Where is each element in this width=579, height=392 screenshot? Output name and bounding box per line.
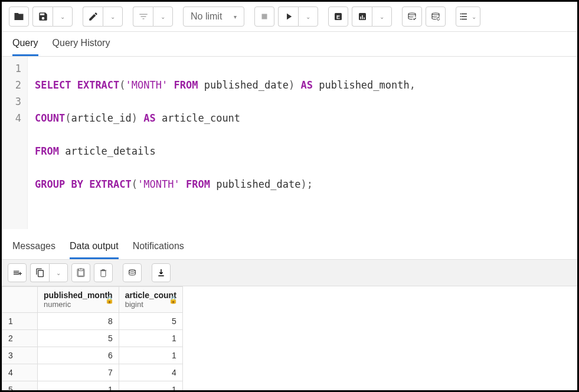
tab-query[interactable]: Query [12,38,38,56]
column-header[interactable]: article_count bigint 🔒 [119,287,182,313]
tab-notifications[interactable]: Notifications [133,241,184,259]
table-row[interactable]: 251 [2,330,183,347]
svg-point-10 [460,16,462,17]
filter-dropdown[interactable]: ⌄ [153,6,173,27]
limit-dropdown[interactable]: No limit▾ [183,6,244,27]
open-file-button[interactable] [9,6,29,27]
main-toolbar: ⌄ ⌄ ⌄ No limit▾ ⌄ E ⌄ ⌄ [2,2,577,32]
filter-button[interactable] [133,6,153,27]
copy-button[interactable] [30,263,49,282]
macros-button[interactable]: ⌄ [456,6,480,27]
lock-icon: 🔒 [105,296,114,304]
svg-point-11 [460,19,462,20]
svg-point-9 [460,14,462,15]
lock-icon: 🔒 [169,296,178,304]
svg-rect-5 [362,15,363,19]
edit-button[interactable] [83,6,103,27]
svg-rect-6 [364,18,365,19]
save-data-button[interactable] [123,263,142,282]
add-row-button[interactable] [8,263,27,282]
tab-messages[interactable]: Messages [12,241,55,259]
explain-dropdown[interactable]: ⌄ [372,6,392,27]
query-tabs: Query Query History [2,32,577,57]
svg-text:E: E [336,14,340,20]
table-row[interactable]: 361 [2,347,183,364]
tab-data-output[interactable]: Data output [70,241,119,259]
sql-editor[interactable]: 1 2 3 4 SELECT EXTRACT('MONTH' FROM publ… [2,57,577,229]
svg-rect-4 [360,17,361,19]
delete-button[interactable] [94,263,113,282]
save-button[interactable] [32,6,53,27]
limit-label: No limit [191,11,222,22]
line-gutter: 1 2 3 4 [2,57,28,229]
table-row[interactable]: 511 [2,381,183,393]
tab-history[interactable]: Query History [53,38,110,56]
result-tabs: Messages Data output Notifications [2,235,577,260]
rollback-button[interactable] [426,6,446,27]
edit-dropdown[interactable]: ⌄ [103,6,123,27]
execute-dropdown[interactable]: ⌄ [298,6,318,27]
commit-button[interactable] [402,6,422,27]
save-dropdown[interactable]: ⌄ [53,6,73,27]
row-number-header [2,287,38,313]
copy-dropdown[interactable]: ⌄ [49,263,68,282]
explain-analyze-button[interactable] [352,6,372,27]
code-area[interactable]: SELECT EXTRACT('MONTH' FROM published_da… [28,57,577,229]
explain-button[interactable]: E [328,6,348,27]
table-row[interactable]: 474 [2,364,183,381]
paste-button[interactable] [71,263,90,282]
result-toolbar: ⌄ [2,260,577,286]
svg-rect-0 [262,14,267,19]
execute-button[interactable] [278,6,298,27]
table-row[interactable]: 185 [2,313,183,330]
download-button[interactable] [152,263,171,282]
column-header[interactable]: published_month numeric 🔒 [38,287,119,313]
results-table: published_month numeric 🔒 article_count … [2,286,183,392]
stop-button[interactable] [254,6,274,27]
